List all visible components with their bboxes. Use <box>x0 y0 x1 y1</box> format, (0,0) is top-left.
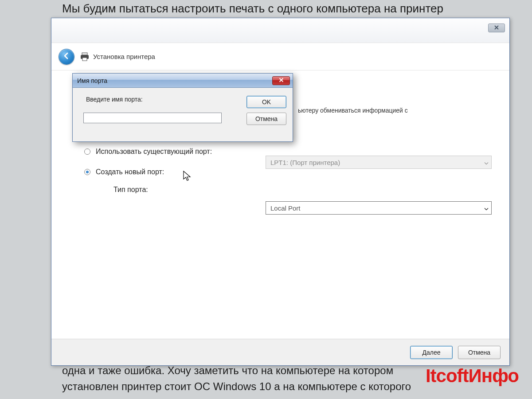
chevron-down-icon <box>484 204 489 212</box>
port-name-dialog: Имя порта Введите имя порта: OK Отмена <box>72 73 293 142</box>
back-button[interactable] <box>59 49 74 65</box>
wizard-header: Установка принтера <box>51 43 509 70</box>
background-text-bottom: одна и таже ошибка. Хочу заметить что на… <box>62 363 411 395</box>
modal-title: Имя порта <box>77 77 107 84</box>
wizard-close-button[interactable] <box>488 23 505 32</box>
radio-create-new-port[interactable]: Создать новый порт: <box>76 168 485 176</box>
wizard-titlebar[interactable] <box>51 18 509 43</box>
close-icon <box>279 77 284 84</box>
port-name-input[interactable] <box>83 113 222 123</box>
chevron-down-icon <box>484 159 489 166</box>
radio-icon <box>84 149 90 155</box>
svg-rect-0 <box>82 53 87 55</box>
wizard-footer: Далее Отмена <box>51 339 509 365</box>
wizard-description-partial: ьютеру обмениваться информацией с <box>298 107 485 114</box>
arrow-left-icon <box>63 52 70 61</box>
modal-titlebar[interactable]: Имя порта <box>73 74 293 88</box>
modal-close-button[interactable] <box>272 76 290 85</box>
ok-button[interactable]: OK <box>246 96 286 108</box>
cancel-button[interactable]: Отмена <box>458 346 501 359</box>
existing-port-value: LPT1: (Порт принтера) <box>270 159 340 166</box>
watermark: ItсoftИнфо <box>426 365 519 387</box>
radio-icon-checked <box>84 169 90 175</box>
svg-rect-2 <box>82 58 87 61</box>
background-text-top: Мы будим пытаться настроить печать с одн… <box>62 2 443 16</box>
port-type-label: Тип порта: <box>113 186 485 194</box>
existing-port-combo: LPT1: (Порт принтера) <box>266 156 492 169</box>
modal-body: Введите имя порта: OK Отмена <box>73 88 293 141</box>
add-printer-wizard-window: Установка принтера ьютеру обмениваться и… <box>51 18 510 366</box>
radio-use-existing-port[interactable]: Использовать существующий порт: <box>76 148 485 156</box>
port-type-combo[interactable]: Local Port <box>266 201 492 215</box>
close-icon <box>494 25 499 31</box>
next-button[interactable]: Далее <box>410 346 453 359</box>
printer-icon <box>80 52 90 62</box>
wizard-title: Установка принтера <box>93 53 155 60</box>
port-type-value: Local Port <box>270 204 301 212</box>
modal-cancel-button[interactable]: Отмена <box>246 113 286 125</box>
modal-button-group: OK Отмена <box>246 96 286 125</box>
radio-existing-label: Использовать существующий порт: <box>96 148 212 156</box>
radio-new-label: Создать новый порт: <box>96 168 164 176</box>
